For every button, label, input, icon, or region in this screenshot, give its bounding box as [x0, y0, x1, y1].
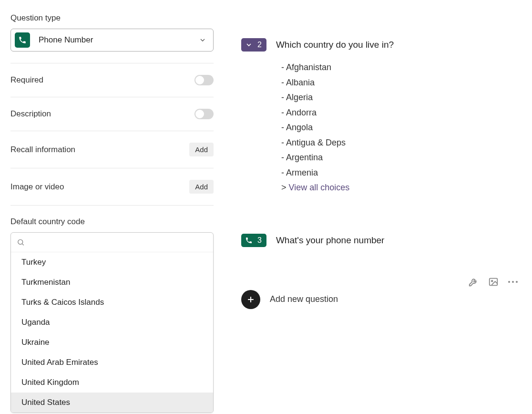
recall-row: Recall information Add	[10, 143, 214, 156]
media-row: Image or video Add	[10, 180, 214, 194]
choice-item: - Armenia	[281, 166, 522, 181]
phone-icon	[245, 237, 253, 244]
phone-icon	[15, 32, 30, 48]
media-add-button[interactable]: Add	[189, 180, 214, 194]
country-search-row	[11, 233, 213, 252]
view-all-choices[interactable]: > View all choices	[281, 180, 522, 196]
choice-item: - Afghanistan	[281, 60, 522, 75]
country-option[interactable]: United States	[11, 393, 213, 413]
chevron-down-icon	[245, 41, 253, 49]
question-2-block: 2 Which country do you live in? - Afghan…	[241, 38, 522, 196]
question-2-title[interactable]: Which country do you live in?	[276, 40, 394, 50]
choice-item: - Andorra	[281, 105, 522, 121]
description-toggle[interactable]	[194, 109, 214, 119]
svg-line-1	[22, 244, 24, 245]
search-icon	[17, 238, 25, 247]
chevron-down-icon	[199, 36, 206, 44]
recall-add-button[interactable]: Add	[189, 143, 214, 156]
choice-item: - Algeria	[281, 90, 522, 105]
settings-panel: Question type Phone Number Required Desc…	[0, 0, 224, 414]
question-3-block: 3 What's your phone number	[241, 234, 522, 247]
question-2-number: 2	[257, 41, 262, 49]
question-type-select[interactable]: Phone Number	[10, 29, 214, 52]
description-row: Description	[10, 109, 214, 119]
svg-point-0	[18, 239, 23, 244]
divider	[10, 131, 214, 131]
choice-item: - Angola	[281, 120, 522, 135]
question-type-label: Question type	[10, 13, 214, 23]
country-option[interactable]: Ukraine	[11, 332, 213, 352]
divider	[10, 63, 214, 63]
question-3-badge[interactable]: 3	[241, 234, 266, 247]
country-option[interactable]: Turkmenistan	[11, 272, 213, 292]
question-action-bar	[468, 277, 518, 287]
country-option[interactable]: Turks & Caicos Islands	[11, 292, 213, 312]
country-search-input[interactable]	[29, 238, 207, 247]
question-3-title[interactable]: What's your phone number	[276, 235, 385, 246]
country-list: TurkeyTurkmenistanTurks & Caicos Islands…	[11, 252, 213, 413]
question-2-badge[interactable]: 2	[241, 38, 266, 52]
divider	[10, 205, 214, 206]
image-icon[interactable]	[488, 277, 499, 287]
question-2-header: 2 Which country do you live in?	[241, 38, 522, 52]
plus-icon	[246, 295, 256, 304]
add-question-button[interactable]	[241, 290, 260, 309]
add-question-label: Add new question	[270, 294, 338, 304]
add-question-row: Add new question	[241, 290, 522, 309]
divider	[10, 97, 214, 97]
country-code-dropdown: TurkeyTurkmenistanTurks & Caicos Islands…	[10, 232, 214, 413]
svg-point-3	[491, 280, 493, 282]
required-toggle[interactable]	[194, 75, 214, 85]
settings-wrench-icon[interactable]	[468, 277, 479, 287]
media-label: Image or video	[10, 182, 64, 192]
divider	[10, 168, 214, 168]
more-options-icon[interactable]	[508, 281, 518, 283]
choice-item: - Albania	[281, 75, 522, 91]
canvas-panel: 2 Which country do you live in? - Afghan…	[224, 0, 532, 414]
required-label: Required	[10, 75, 43, 85]
question-3-number: 3	[257, 236, 262, 245]
description-label: Description	[10, 109, 51, 119]
question-type-value: Phone Number	[39, 35, 199, 45]
default-country-label: Default country code	[10, 217, 214, 227]
recall-label: Recall information	[10, 145, 75, 155]
question-3-header: 3 What's your phone number	[241, 234, 522, 247]
question-2-choices: - Afghanistan- Albania- Algeria- Andorra…	[281, 60, 522, 196]
country-option[interactable]: Uganda	[11, 312, 213, 332]
country-option[interactable]: United Kingdom	[11, 373, 213, 393]
choice-item: - Antigua & Deps	[281, 135, 522, 151]
required-row: Required	[10, 75, 214, 85]
choice-item: - Argentina	[281, 150, 522, 166]
country-option[interactable]: United Arab Emirates	[11, 352, 213, 373]
country-option[interactable]: Turkey	[11, 252, 213, 272]
